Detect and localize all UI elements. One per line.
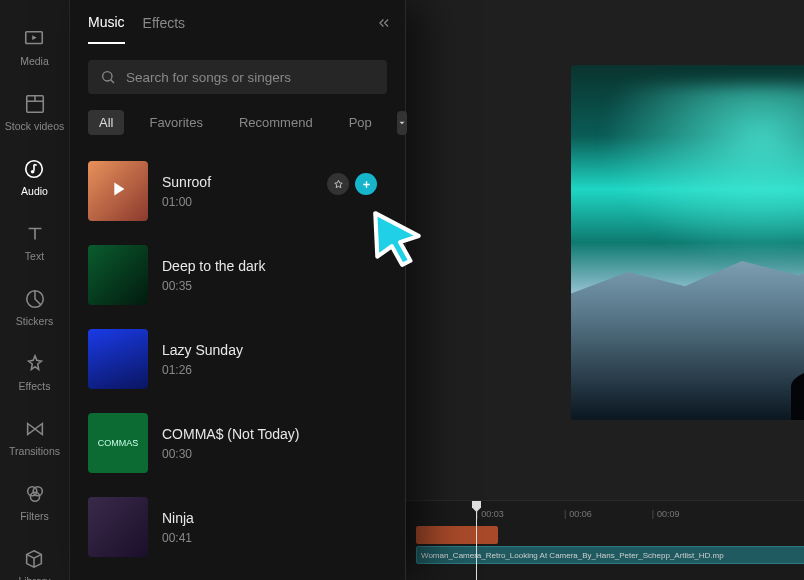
music-panel: Music Effects All Favorites Recommend Po… — [70, 0, 406, 580]
track-title: Ninja — [162, 510, 194, 526]
svg-marker-1 — [33, 35, 38, 40]
preview-area — [406, 0, 804, 464]
svg-line-12 — [111, 80, 114, 83]
effects-icon — [24, 353, 46, 375]
panel-tabs: Music Effects — [70, 0, 405, 44]
track-duration: 00:35 — [162, 279, 266, 293]
track-row[interactable]: Ninja 00:41 — [88, 485, 387, 569]
sidebar-item-text[interactable]: Text — [24, 223, 46, 262]
search-icon — [100, 69, 116, 85]
video-preview[interactable] — [571, 65, 804, 420]
sidebar-item-stock-videos[interactable]: Stock videos — [5, 93, 65, 132]
chevron-down-icon — [397, 118, 407, 128]
track-duration: 00:30 — [162, 447, 299, 461]
star-icon — [333, 179, 344, 190]
track-thumbnail[interactable]: COMMAS — [88, 413, 148, 473]
track-duration: 00:41 — [162, 531, 194, 545]
svg-point-10 — [30, 492, 39, 501]
sidebar-item-filters[interactable]: Filters — [20, 483, 49, 522]
svg-point-9 — [33, 487, 42, 496]
track-row[interactable]: Deep to the dark 00:35 — [88, 233, 387, 317]
track-title: COMMA$ (Not Today) — [162, 426, 299, 442]
svg-point-6 — [31, 170, 35, 174]
filter-recommend[interactable]: Recommend — [228, 110, 324, 135]
sidebar-item-library[interactable]: Library — [18, 548, 50, 580]
sidebar-item-transitions[interactable]: Transitions — [9, 418, 60, 457]
icon-sidebar: Media Stock videos Audio Text Stickers E… — [0, 0, 70, 580]
track-duration: 01:00 — [162, 195, 211, 209]
sidebar-item-effects[interactable]: Effects — [19, 353, 51, 392]
stickers-icon — [24, 288, 46, 310]
right-region: 00:03 00:06 00:09 Woman_Camera_Retro_Loo… — [406, 0, 804, 580]
favorite-button[interactable] — [327, 173, 349, 195]
tab-music[interactable]: Music — [88, 14, 125, 44]
library-icon — [23, 548, 45, 570]
plus-icon — [361, 179, 372, 190]
filter-all[interactable]: All — [88, 110, 124, 135]
chevron-double-left-icon — [377, 16, 391, 30]
timeline-clip-video[interactable]: Woman_Camera_Retro_Looking At Camera_By_… — [416, 546, 804, 564]
filter-pop[interactable]: Pop — [338, 110, 383, 135]
track-row[interactable]: Sunroof 01:00 — [88, 149, 387, 233]
tab-effects[interactable]: Effects — [143, 15, 186, 43]
audio-icon — [23, 158, 45, 180]
track-row[interactable]: Lazy Sunday 01:26 — [88, 317, 387, 401]
track-duration: 01:26 — [162, 363, 243, 377]
track-thumbnail[interactable] — [88, 245, 148, 305]
playhead[interactable] — [476, 503, 477, 580]
filter-favorites[interactable]: Favorites — [138, 110, 213, 135]
track-thumbnail[interactable] — [88, 329, 148, 389]
track-thumbnail[interactable] — [88, 161, 148, 221]
transitions-icon — [24, 418, 46, 440]
filter-more-dropdown[interactable] — [397, 111, 407, 135]
sidebar-item-media[interactable]: Media — [20, 28, 49, 67]
track-row[interactable]: COMMAS COMMA$ (Not Today) 00:30 — [88, 401, 387, 485]
media-icon — [23, 28, 45, 50]
track-list[interactable]: Sunroof 01:00 Deep to the dark 00:35 — [70, 149, 405, 580]
timeline-clip-audio[interactable] — [416, 526, 498, 544]
track-thumbnail[interactable] — [88, 497, 148, 557]
svg-point-11 — [103, 72, 112, 81]
timeline[interactable]: 00:03 00:06 00:09 Woman_Camera_Retro_Loo… — [406, 500, 804, 580]
sidebar-item-audio[interactable]: Audio — [21, 158, 48, 197]
filters-icon — [24, 483, 46, 505]
preview-controls — [406, 464, 804, 500]
track-title: Lazy Sunday — [162, 342, 243, 358]
sidebar-item-stickers[interactable]: Stickers — [16, 288, 53, 327]
collapse-panel-button[interactable] — [377, 16, 391, 34]
time-ruler: 00:03 00:06 00:09 — [406, 509, 804, 519]
add-track-button[interactable] — [355, 173, 377, 195]
filter-row: All Favorites Recommend Pop — [70, 106, 405, 149]
search-input[interactable] — [126, 70, 375, 85]
track-title: Sunroof — [162, 174, 211, 190]
text-icon — [24, 223, 46, 245]
track-title: Deep to the dark — [162, 258, 266, 274]
stock-videos-icon — [24, 93, 46, 115]
play-icon — [107, 178, 129, 204]
search-input-wrap[interactable] — [88, 60, 387, 94]
